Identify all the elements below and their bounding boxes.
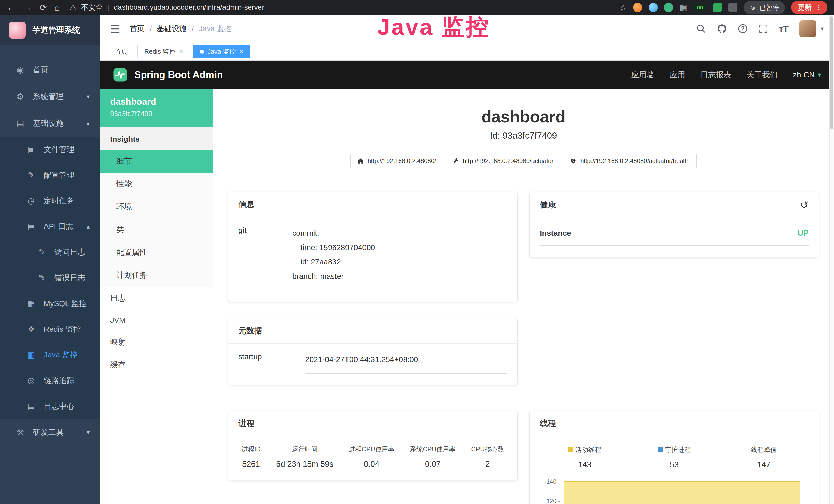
daemon-threads-swatch — [658, 447, 663, 452]
sba-menu-scheduled-tasks[interactable]: 计划任务 — [100, 264, 213, 287]
sba-nav-applications[interactable]: 应用 — [670, 70, 685, 80]
extension-icon-vue-devtools[interactable] — [664, 3, 673, 12]
help-icon[interactable] — [738, 24, 748, 33]
back-icon[interactable]: ← — [7, 3, 16, 13]
extension-on-badge[interactable]: on — [693, 3, 707, 12]
sidebar-item-mysql-monitor[interactable]: ▦ MySQL 监控 — [0, 291, 100, 316]
sba-menu-jvm[interactable]: JVM — [100, 310, 213, 331]
sba-menu-caches[interactable]: 缓存 — [100, 353, 213, 376]
health-instance-row[interactable]: Instance UP — [540, 229, 809, 246]
chevron-up-icon: ▴ — [87, 120, 90, 127]
target-icon: ◎ — [26, 375, 37, 385]
sidebar-item-dev-tools[interactable]: ⚒ 研发工具 ▾ — [0, 419, 100, 446]
sba-menu-logs[interactable]: 日志 — [100, 287, 213, 310]
font-size-icon[interactable]: тT — [779, 24, 789, 34]
instance-base-url-link[interactable]: http://192.168.0.2:48080/ — [350, 154, 443, 168]
sidebar-item-access-logs[interactable]: ✎ 访问日志 — [0, 239, 100, 265]
sidebar-item-tracing[interactable]: ◎ 链路追踪 — [0, 368, 100, 393]
sidebar-item-api-logs[interactable]: ▤ API 日志 ▴ — [0, 214, 100, 239]
sba-nav-journal[interactable]: 日志报表 — [700, 70, 731, 80]
sidebar-item-java-monitor[interactable]: ▥ Java 监控 — [0, 342, 100, 368]
sidebar-item-file-management[interactable]: ▣ 文件管理 — [0, 137, 100, 162]
process-col-label: 进程ID — [241, 445, 261, 453]
sba-menu-environment[interactable]: 环境 — [100, 196, 213, 218]
legend-label: 线程峰值 — [751, 445, 777, 454]
wrench-icon — [453, 158, 459, 164]
scrollbar-thumb[interactable] — [830, 17, 833, 130]
avatar[interactable] — [799, 20, 816, 37]
sba-nav-links: 应用墙 应用 日志报表 关于我们 zh-CN ▾ — [631, 70, 821, 80]
sba-nav-wall[interactable]: 应用墙 — [631, 70, 654, 80]
paused-badge[interactable]: ☺ 已暂停 — [744, 1, 785, 14]
sba-locale-select[interactable]: zh-CN ▾ — [793, 70, 821, 79]
system-cpu: 系统CPU使用率 0.07 — [410, 445, 456, 469]
link-label: http://192.168.0.2:48080/ — [368, 157, 436, 165]
sba-menu-config-props[interactable]: 配置属性 — [100, 241, 213, 264]
process-col-label: 运行时间 — [276, 445, 333, 453]
edit-icon: ✎ — [37, 273, 47, 283]
chrome-update-button[interactable]: 更新 ⋮ — [791, 1, 827, 14]
tab-java-monitor[interactable]: Java 监控 × — [193, 45, 250, 58]
threads-card: 线程 活动线程 143 — [529, 411, 819, 504]
extension-icon-orange[interactable] — [633, 3, 642, 12]
avatar-caret-icon: ▾ — [821, 25, 824, 32]
tab-redis-monitor[interactable]: Redis 监控 × — [137, 45, 190, 58]
update-button-label: 更新 — [798, 3, 812, 12]
threads-legend: 活动线程 143 守护进程 — [540, 445, 809, 469]
extension-icon-grid[interactable]: ▦ — [679, 3, 687, 12]
file-icon: ▣ — [26, 144, 37, 154]
sidebar-item-label: API 日志 — [44, 221, 74, 232]
sidebar-logo-area[interactable]: 芋道管理系统 — [0, 15, 100, 45]
extension-icon-leaf[interactable] — [713, 3, 722, 12]
sidebar-item-home[interactable]: ◉ 首页 — [0, 56, 100, 83]
sba-menu-details[interactable]: 细节 — [100, 150, 213, 173]
extensions-puzzle-icon[interactable] — [728, 3, 738, 12]
sba-menu-classes[interactable]: 类 — [100, 218, 213, 241]
github-icon[interactable] — [717, 24, 727, 34]
sidebar-item-label: 系统管理 — [33, 91, 64, 102]
sidebar-collapse-icon[interactable]: ☰ — [110, 22, 120, 36]
fullscreen-icon[interactable] — [759, 24, 768, 33]
sba-nav-about[interactable]: 关于我们 — [747, 70, 777, 80]
metadata-value-line: 2021-04-27T00:44:31.254+08:00 — [305, 352, 507, 367]
legend-label: 守护进程 — [665, 445, 691, 454]
sba-brand[interactable]: Spring Boot Admin — [113, 67, 223, 82]
threads-card-title: 线程 — [530, 411, 819, 436]
bookmark-star-icon[interactable]: ☆ — [619, 2, 627, 13]
sidebar-item-label: 访问日志 — [54, 247, 85, 257]
instance-health-link[interactable]: http://192.168.0.2:48080/actuator/health — [563, 154, 697, 168]
info-value: commit: time: 1596289704000 id: 27aa832 … — [292, 226, 507, 290]
extension-icon-drop[interactable] — [649, 3, 658, 12]
sidebar-item-error-logs[interactable]: ✎ 错误日志 — [0, 265, 100, 291]
sidebar-item-label: 日志中心 — [44, 401, 74, 412]
redis-icon: ❖ — [26, 324, 37, 334]
address-bar[interactable]: ⚠ 不安全 | dashboard.yudao.iocoder.cn/infra… — [70, 3, 264, 12]
sidebar-item-config-management[interactable]: ✎ 配置管理 — [0, 162, 100, 188]
close-icon[interactable]: × — [239, 47, 243, 55]
sidebar-item-label: 文件管理 — [44, 144, 74, 155]
sidebar-item-redis-monitor[interactable]: ❖ Redis 监控 — [0, 316, 100, 342]
search-icon[interactable] — [696, 24, 706, 33]
tab-home[interactable]: 首页 — [108, 45, 134, 58]
instance-actuator-link[interactable]: http://192.168.0.2:48080/actuator — [446, 154, 561, 168]
sidebar-item-system-management[interactable]: ⚙ 系统管理 ▾ — [0, 83, 100, 110]
reload-icon[interactable]: ⟳ — [40, 2, 47, 13]
sidebar-item-log-center[interactable]: ▤ 日志中心 — [0, 393, 100, 419]
page-scrollbar[interactable] — [829, 15, 834, 504]
home-icon[interactable]: ⌂ — [55, 3, 60, 13]
sba-main-content: dashboard Id: 93a3fc7f7409 http://192.16… — [213, 89, 834, 504]
breadcrumb-home[interactable]: 首页 — [129, 24, 144, 34]
sba-instance-header[interactable]: dashboard 93a3fc7f7409 — [100, 89, 213, 127]
breadcrumb-separator: / — [192, 25, 194, 33]
tab-label: Java 监控 — [207, 47, 236, 56]
sba-menu-mappings[interactable]: 映射 — [100, 331, 213, 353]
sba-menu-metrics[interactable]: 性能 — [100, 173, 213, 196]
live-threads-swatch — [568, 447, 573, 452]
omnibox-divider: | — [107, 3, 109, 12]
close-icon[interactable]: × — [179, 47, 183, 55]
forward-icon[interactable]: → — [23, 3, 32, 13]
sidebar-item-infrastructure[interactable]: ▤ 基础设施 ▴ — [0, 110, 100, 137]
sidebar-item-scheduled-tasks[interactable]: ◷ 定时任务 — [0, 188, 100, 214]
history-icon[interactable]: ↺ — [800, 199, 809, 211]
breadcrumb-infrastructure[interactable]: 基础设施 — [157, 24, 187, 34]
